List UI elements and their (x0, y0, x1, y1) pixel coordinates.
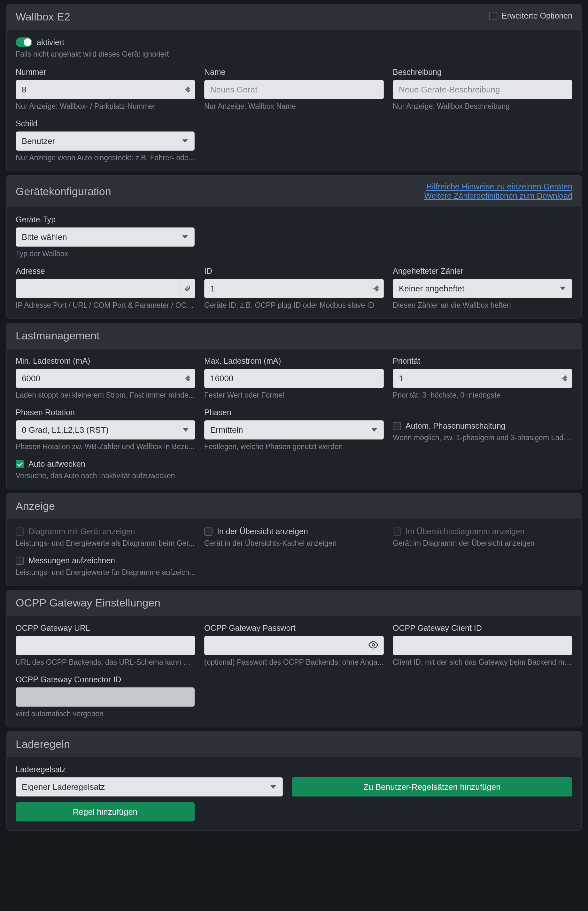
eye-icon[interactable] (368, 640, 378, 651)
wakeup-label: Auto aufwecken (28, 459, 85, 468)
panel-header-load: Lastmanagement (7, 323, 581, 349)
panel-config: Gerätekonfiguration Hilfreiche Hinweise … (6, 175, 582, 319)
number-help: Nur Anzeige: Wallbox- / Parkplatz-Nummer (16, 102, 195, 111)
max-label: Max. Ladestrom (mA) (204, 357, 384, 366)
overview-toggle[interactable]: In der Übersicht anzeigen (204, 527, 384, 536)
meter-help: Diesen Zähler an die Wallbox heften (393, 301, 572, 310)
record-help: Leistungs- und Energiewerte für Diagramm… (16, 568, 199, 577)
display-title: Anzeige (16, 500, 55, 512)
number-label: Nummer (16, 68, 195, 77)
diagram-help: Leistungs- und Energiewerte als Diagramm… (16, 539, 195, 548)
checkbox-icon (16, 557, 24, 565)
ocpp-client-help: Client ID, mit der sich das Gateway beim… (393, 658, 572, 666)
id-help: Geräte ID, z.B. OCPP plug ID oder Modbus… (204, 301, 384, 310)
type-help: Typ der Wallbox (16, 250, 195, 258)
rotation-select[interactable]: 0 Grad, L1,L2,L3 (RST) (16, 420, 195, 439)
panel-header-display: Anzeige (7, 494, 581, 519)
min-input[interactable]: 6000 (16, 369, 195, 388)
panel-header-rules: Laderegeln (7, 731, 581, 757)
autoswitch-toggle[interactable]: Autom. Phasenumschaltung (393, 421, 572, 431)
type-select[interactable]: Bitte wählen (16, 227, 195, 246)
panel-ocpp: OCPP Gateway Einstellungen OCPP Gateway … (6, 590, 582, 728)
ruleset-label: Laderegelsatz (16, 765, 572, 774)
help-link-devices[interactable]: Hilfreiche Hinweise zu einzelnen Geräten (426, 182, 572, 191)
panel-load: Lastmanagement Min. Ladestrom (mA) 6000 … (6, 323, 582, 490)
checkbox-icon (489, 12, 497, 20)
add-rule-button[interactable]: Regel hinzufügen (16, 802, 195, 822)
checkbox-checked-icon (16, 460, 24, 468)
panel-basic: Wallbox E2 Erweiterte Optionen aktiviert… (6, 4, 582, 172)
stepper-icon (186, 375, 191, 382)
record-label: Messungen aufzeichnen (28, 556, 115, 565)
sign-help: Nur Anzeige wenn Auto eingesteckt: z.B. … (16, 154, 195, 162)
id-label: ID (204, 266, 384, 276)
description-input[interactable] (393, 80, 572, 99)
checkbox-disabled-icon (16, 527, 24, 536)
ocpp-client-input[interactable] (393, 636, 572, 655)
phases-select[interactable]: Ermitteln (204, 420, 384, 439)
min-label: Min. Ladestrom (mA) (16, 357, 195, 366)
checkbox-disabled-icon (393, 527, 401, 536)
diagram-label: Diagramm mit Gerät anzeigen (28, 527, 135, 536)
autoswitch-help: Wenn möglich, zw. 1-phasigem und 3-phasi… (393, 433, 572, 442)
overview-diagram-toggle: Im Übersichtsdiagramm anzeigen (393, 527, 572, 536)
name-label: Name (204, 68, 384, 77)
panel-rules: Laderegeln Laderegelsatz Eigener Ladereg… (6, 731, 582, 831)
panel-header-config: Gerätekonfiguration Hilfreiche Hinweise … (7, 176, 581, 207)
overview-diagram-label: Im Übersichtsdiagramm anzeigen (405, 527, 524, 536)
wakeup-toggle[interactable]: Auto aufwecken (16, 459, 572, 468)
ocpp-url-input[interactable] (16, 636, 195, 655)
checkbox-icon (393, 422, 401, 430)
wakeup-help: Versuche, das Auto nach Inaktivität aufz… (16, 472, 572, 480)
load-title: Lastmanagement (16, 329, 100, 342)
id-input[interactable]: 1 (204, 279, 384, 298)
prio-help: Priorität: 3=höchste, 0=niedrigste (393, 391, 572, 400)
overview-diagram-help: Gerät im Diagramm der Übersicht anzeigen (393, 539, 572, 548)
ruleset-select[interactable]: Eigener Laderegelsatz (16, 777, 283, 796)
phases-help: Festlegen, welche Phasen genutzt werden (204, 443, 384, 451)
toggle-on-icon (16, 37, 32, 47)
ocpp-connector-help: wird automatisch vergeben (16, 710, 195, 718)
panel-header-ocpp: OCPP Gateway Einstellungen (7, 590, 581, 616)
panel-display: Anzeige Diagramm mit Gerät anzeigen Leis… (6, 493, 582, 586)
ocpp-password-help: (optional) Passwort des OCPP Backends; o… (204, 658, 384, 666)
address-addon-button[interactable] (180, 279, 195, 298)
description-label: Beschreibung (393, 68, 572, 77)
ocpp-connector-input (16, 687, 195, 707)
page-title: Wallbox E2 (16, 11, 70, 23)
ocpp-url-label: OCPP Gateway URL (16, 623, 195, 633)
number-input[interactable]: 8 (16, 80, 195, 99)
ocpp-title: OCPP Gateway Einstellungen (16, 597, 160, 609)
ocpp-client-label: OCPP Gateway Client ID (393, 623, 572, 633)
record-toggle[interactable]: Messungen aufzeichnen (16, 556, 199, 565)
meter-select[interactable]: Keiner angeheftet (393, 279, 572, 298)
add-to-user-rulesets-button[interactable]: Zu Benutzer-Regelsätzen hinzufügen (292, 777, 572, 796)
advanced-options-toggle[interactable]: Erweiterte Optionen (489, 11, 572, 21)
prio-label: Priorität (393, 357, 572, 366)
address-help: IP Adresse:Port / URL / COM Port & Param… (16, 301, 195, 310)
enabled-help: Falls nicht angehakt wird dieses Gerät i… (16, 50, 572, 58)
name-input[interactable] (204, 80, 384, 99)
ocpp-password-input[interactable] (204, 636, 384, 655)
max-input[interactable] (204, 369, 384, 388)
enabled-toggle[interactable]: aktiviert (16, 37, 572, 47)
diagram-toggle: Diagramm mit Gerät anzeigen (16, 527, 195, 536)
ocpp-url-help: URL des OCPP Backends; das URL-Schema ka… (16, 658, 195, 666)
sign-select[interactable]: Benutzer (16, 131, 195, 151)
name-help: Nur Anzeige: Wallbox Name (204, 102, 384, 111)
config-title: Gerätekonfiguration (16, 185, 111, 198)
attachment-icon (184, 285, 191, 292)
autoswitch-label: Autom. Phasenumschaltung (405, 421, 506, 431)
meter-label: Angehefteter Zähler (393, 266, 572, 276)
help-link-meters[interactable]: Weitere Zählerdefinitionen zum Download (424, 191, 572, 200)
advanced-options-label: Erweiterte Optionen (502, 11, 572, 21)
rotation-help: Phasen Rotation zw. WB-Zähler und Wallbo… (16, 443, 195, 451)
prio-input[interactable]: 1 (393, 369, 572, 388)
enabled-label: aktiviert (37, 38, 64, 47)
overview-help: Gerät in der Übersichts-Kachel anzeigen (204, 539, 384, 548)
max-help: Fester Wert oder Formel (204, 391, 384, 400)
panel-header-basic: Wallbox E2 Erweiterte Optionen (7, 4, 581, 30)
address-input[interactable] (16, 279, 180, 298)
stepper-icon (375, 285, 379, 292)
ocpp-connector-label: OCPP Gateway Connector ID (16, 675, 195, 684)
